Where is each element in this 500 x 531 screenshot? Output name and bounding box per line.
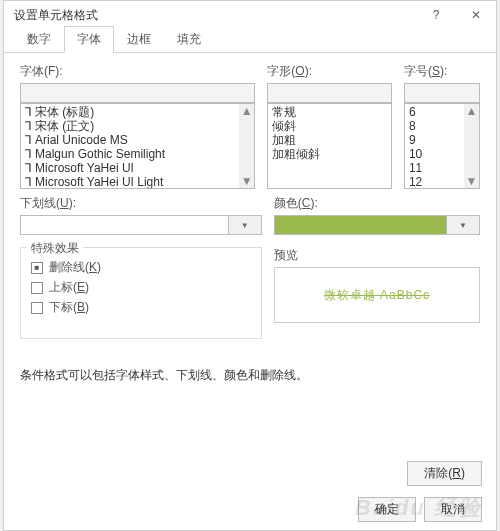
style-item[interactable]: 常规 <box>272 105 387 119</box>
tab-font[interactable]: 字体 <box>64 26 114 53</box>
font-label: 字体(F): <box>20 63 255 80</box>
help-button[interactable]: ? <box>416 1 456 29</box>
close-button[interactable]: ✕ <box>456 1 496 29</box>
tabs: 数字 字体 边框 填充 <box>4 29 496 53</box>
tab-number[interactable]: 数字 <box>14 26 64 53</box>
font-item[interactable]: Ꞁ Malgun Gothic Semilight <box>25 147 250 161</box>
size-listbox[interactable]: 6 8 9 10 11 12 ▲▼ <box>404 103 480 189</box>
footer: 确定 取消 <box>358 497 482 522</box>
checkbox-icon <box>31 282 43 294</box>
style-item[interactable]: 加粗 <box>272 133 387 147</box>
tab-fill[interactable]: 填充 <box>164 26 214 53</box>
size-input[interactable] <box>404 83 480 103</box>
ok-button[interactable]: 确定 <box>358 497 416 522</box>
style-item[interactable]: 倾斜 <box>272 119 387 133</box>
style-input[interactable] <box>267 83 392 103</box>
checkbox-icon <box>31 302 43 314</box>
font-item[interactable]: Ꞁ Microsoft YaHei UI Light <box>25 175 250 189</box>
style-label: 字形(O): <box>267 63 392 80</box>
cancel-button[interactable]: 取消 <box>424 497 482 522</box>
font-input[interactable] <box>20 83 255 103</box>
color-dropdown[interactable]: ▼ <box>274 215 480 235</box>
subscript-checkbox[interactable]: 下标(B) <box>31 299 251 316</box>
note-text: 条件格式可以包括字体样式、下划线、颜色和删除线。 <box>20 367 480 384</box>
dialog-title: 设置单元格格式 <box>14 7 98 24</box>
effects-label: 特殊效果 <box>27 240 83 257</box>
tab-border[interactable]: 边框 <box>114 26 164 53</box>
chevron-down-icon[interactable]: ▼ <box>229 215 262 235</box>
window-controls: ? ✕ <box>416 1 496 29</box>
effects-group: 特殊效果 删除线(K) 上标(E) 下标(B) <box>20 247 262 339</box>
font-item[interactable]: Ꞁ 宋体 (标题) <box>25 105 250 119</box>
color-label: 颜色(C): <box>274 195 480 212</box>
font-item[interactable]: Ꞁ 宋体 (正文) <box>25 119 250 133</box>
checkbox-icon <box>31 262 43 274</box>
font-item[interactable]: Ꞁ Arial Unicode MS <box>25 133 250 147</box>
preview-label: 预览 <box>274 247 480 264</box>
color-swatch <box>274 215 447 235</box>
size-label: 字号(S): <box>404 63 480 80</box>
preview-text: 微软卓越 AaBbCc <box>324 287 430 304</box>
font-item[interactable]: Ꞁ Microsoft YaHei UI <box>25 161 250 175</box>
superscript-checkbox[interactable]: 上标(E) <box>31 279 251 296</box>
scrollbar[interactable]: ▲▼ <box>464 104 479 188</box>
style-listbox[interactable]: 常规 倾斜 加粗 加粗倾斜 <box>267 103 392 189</box>
chevron-down-icon[interactable]: ▼ <box>447 215 480 235</box>
preview-box: 微软卓越 AaBbCc <box>274 267 480 323</box>
underline-label: 下划线(U): <box>20 195 262 212</box>
underline-dropdown[interactable]: ▼ <box>20 215 262 235</box>
panel-font: 字体(F): Ꞁ 宋体 (标题) Ꞁ 宋体 (正文) Ꞁ Arial Unico… <box>4 53 496 394</box>
format-cells-dialog: 设置单元格格式 ? ✕ 数字 字体 边框 填充 字体(F): Ꞁ 宋体 (标题)… <box>3 0 497 531</box>
titlebar: 设置单元格格式 ? ✕ <box>4 1 496 29</box>
font-listbox[interactable]: Ꞁ 宋体 (标题) Ꞁ 宋体 (正文) Ꞁ Arial Unicode MS Ꞁ… <box>20 103 255 189</box>
strike-checkbox[interactable]: 删除线(K) <box>31 259 251 276</box>
clear-button[interactable]: 清除(R) <box>407 461 482 486</box>
scrollbar[interactable]: ▲▼ <box>239 104 254 188</box>
style-item[interactable]: 加粗倾斜 <box>272 147 387 161</box>
